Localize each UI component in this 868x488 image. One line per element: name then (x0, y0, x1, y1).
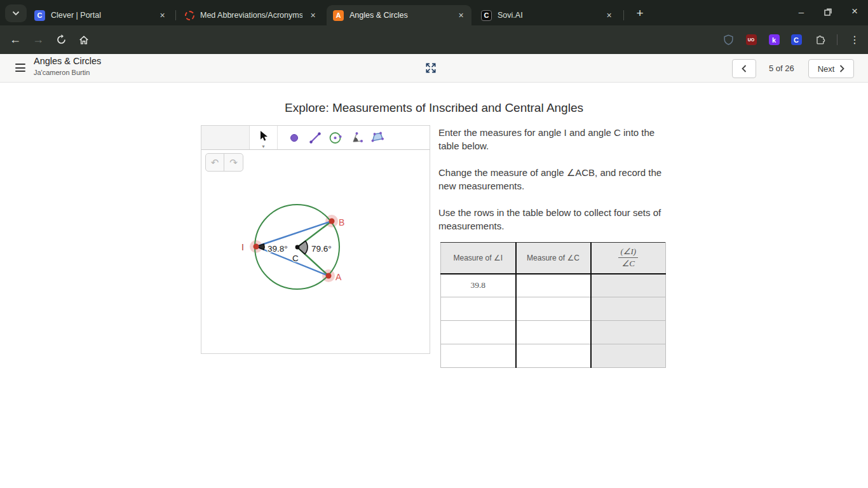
cell-input[interactable] (516, 321, 591, 344)
browser-menu-icon[interactable]: ⋮ (846, 31, 864, 49)
toolbar-divider (837, 34, 837, 45)
cell-input[interactable]: 39.8 (441, 274, 516, 297)
tab-separator (623, 10, 624, 20)
angle-tool-icon (349, 130, 364, 146)
tab-sovi-ai[interactable]: C Sovi.AI × (475, 5, 620, 25)
next-label: Next (818, 64, 835, 74)
circle-tool-icon (328, 130, 343, 146)
browser-tab-bar: C Clever | Portal × Med Abbreviations/Ac… (0, 0, 868, 25)
cell-input[interactable] (516, 274, 591, 297)
table-header-row: Measure of ∠I Measure of ∠C (∠I) ∠C (441, 243, 666, 274)
table-row (441, 297, 666, 321)
tab-angles-circles-active[interactable]: A Angles & Circles × (327, 5, 471, 25)
tab-title: Angles & Circles (349, 11, 451, 20)
instruction-paragraph: Use the rows in the table below to colle… (438, 206, 667, 233)
close-tab-icon[interactable]: × (604, 10, 614, 21)
instruction-paragraph: Enter the measures for angle I and angle… (438, 126, 667, 152)
ratio-fraction: (∠I) ∠C (618, 247, 638, 269)
tab-clever-portal[interactable]: C Clever | Portal × (28, 5, 173, 25)
screen: C Clever | Portal × Med Abbreviations/Ac… (0, 0, 868, 488)
close-tab-icon[interactable]: × (157, 10, 168, 21)
cell-input[interactable] (516, 297, 591, 321)
home-button[interactable] (75, 31, 93, 49)
close-tab-icon[interactable]: × (456, 10, 466, 21)
label-B: B (339, 217, 344, 227)
label-C: C (292, 254, 299, 263)
measurements-table: Measure of ∠I Measure of ∠C (∠I) ∠C 39.8 (440, 242, 666, 368)
cell-ratio[interactable] (591, 321, 666, 344)
polygon-tool-icon (370, 130, 385, 146)
cell-ratio[interactable] (591, 274, 666, 297)
restore-icon (824, 8, 832, 16)
close-tab-icon[interactable]: × (308, 10, 318, 21)
cell-input[interactable] (441, 321, 516, 344)
extension-kami[interactable]: k (765, 31, 783, 49)
menu-hamburger-icon[interactable] (15, 64, 25, 72)
tab-title: Sovi.AI (498, 11, 599, 20)
extension-clever[interactable]: C (787, 31, 805, 49)
chevron-down-icon (12, 11, 20, 16)
tool-dropdown-caret[interactable]: ▼ (250, 144, 277, 149)
fullscreen-icon (424, 62, 437, 74)
table-row (441, 344, 666, 368)
tool-segment[interactable] (306, 128, 325, 147)
tool-point[interactable] (285, 128, 304, 147)
lesson-title: Angles & Circles (34, 56, 101, 66)
geometry-canvas[interactable]: 39.8° 79.6° C I B A (201, 150, 430, 354)
restore-button[interactable] (815, 1, 841, 22)
fraction-denominator: ∠C (618, 258, 638, 269)
tab-title: Clever | Portal (51, 11, 152, 20)
tab-separator (175, 10, 176, 20)
point-I[interactable] (254, 244, 259, 250)
new-tab-button[interactable]: + (632, 5, 648, 22)
tool-circle[interactable] (326, 128, 345, 147)
lesson-header: Angles & Circles Ja'cameron Burtin 5 of … (0, 54, 868, 83)
point-B[interactable] (329, 219, 335, 224)
tab-title: Med Abbreviations/Acronyms (200, 11, 302, 20)
point-C-center[interactable] (295, 245, 300, 250)
angle-C-value-label: 79.6° (311, 244, 332, 254)
minimize-button[interactable]: – (788, 1, 815, 22)
chord-IB[interactable] (256, 221, 332, 247)
cell-input[interactable] (441, 344, 516, 368)
tab-search-button[interactable] (5, 4, 27, 22)
extensions-puzzle-icon[interactable] (811, 31, 829, 49)
table-row (441, 321, 666, 344)
toolbar-empty-cell (201, 126, 250, 149)
fullscreen-button[interactable] (424, 62, 437, 77)
previous-page-button[interactable] (732, 59, 756, 78)
tab-med-abbreviations[interactable]: Med Abbreviations/Acronyms × (179, 5, 323, 25)
home-icon (78, 34, 90, 46)
point-A[interactable] (326, 273, 332, 279)
cell-input[interactable] (516, 344, 591, 368)
browser-toolbar: ← → student.amplify.com/instance/ (0, 25, 868, 54)
close-window-button[interactable]: × (841, 1, 868, 22)
chevron-right-icon (839, 65, 844, 72)
forward-button[interactable]: → (29, 31, 47, 49)
page-title: Explore: Measurements of Inscribed and C… (0, 101, 868, 115)
tool-move-selected[interactable]: ▼ (250, 126, 278, 149)
med-abbrev-favicon (185, 11, 194, 20)
tool-polygon[interactable] (368, 128, 387, 147)
geogebra-applet[interactable]: ▼ (201, 125, 430, 354)
cell-ratio[interactable] (591, 344, 666, 368)
tool-angle[interactable] (347, 128, 366, 147)
cell-input[interactable] (441, 297, 516, 321)
geogebra-toolbar: ▼ (201, 126, 430, 150)
header-measure-C: Measure of ∠C (516, 243, 591, 274)
point-tool-icon (287, 130, 302, 146)
cell-ratio[interactable] (591, 297, 666, 321)
angle-I-value-label: 39.8° (268, 244, 288, 254)
header-measure-I: Measure of ∠I (441, 243, 516, 274)
clever-favicon: C (34, 10, 45, 21)
next-page-button[interactable]: Next (808, 59, 854, 78)
extension-ublock[interactable]: UO (742, 31, 760, 49)
reload-icon (56, 34, 67, 45)
page-indicator: 5 of 26 (769, 64, 794, 73)
back-button[interactable]: ← (6, 31, 24, 49)
cursor-arrow-icon (259, 130, 269, 142)
reload-button[interactable] (52, 31, 70, 49)
window-controls: – × (788, 0, 868, 23)
fraction-numerator: (∠I) (618, 247, 638, 258)
shield-icon[interactable] (719, 31, 737, 49)
